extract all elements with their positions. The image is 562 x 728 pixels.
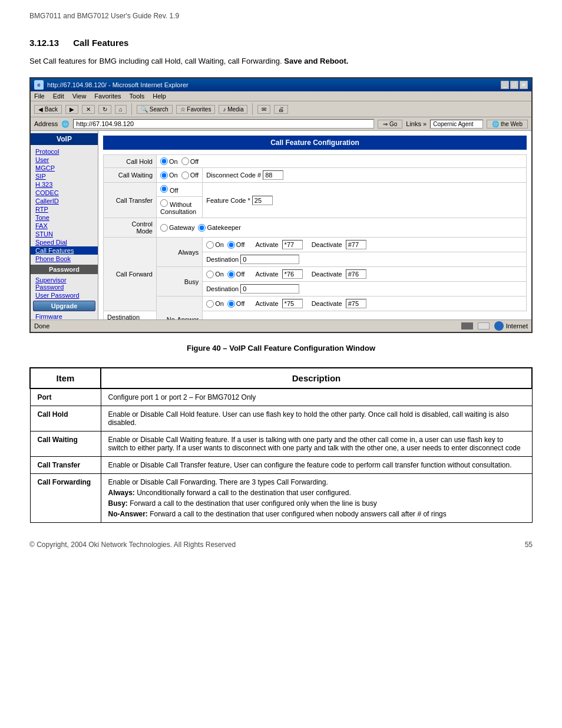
call-hold-off-label[interactable]: Off — [181, 157, 199, 165]
search-web-button[interactable]: 🌐 the Web — [487, 120, 528, 129]
table-desc-cell-4: Enable or Disable Call Forwarding. There… — [101, 474, 532, 523]
control-mode-row: ControlMode Gateway Gatekeeper — [104, 218, 527, 238]
sidebar-fax[interactable]: FAX — [31, 222, 98, 230]
noanswer-on-label[interactable]: On — [206, 300, 224, 308]
noanswer-deactivate-input[interactable] — [346, 299, 366, 308]
header-title: BMG7011 and BMG7012 User's Guide Rev. 1.… — [29, 12, 179, 20]
busy-off-label[interactable]: Off — [227, 271, 244, 278]
titlebar-buttons[interactable]: _ □ ✕ — [501, 81, 528, 89]
print-button[interactable]: 🖨 — [274, 105, 288, 114]
favorites-button[interactable]: ☆ Favorites — [176, 105, 216, 114]
always-row1: Call Forward Always On Off Activate Deac… — [104, 238, 527, 252]
menu-help[interactable]: Help — [153, 93, 166, 100]
sidebar-user[interactable]: User — [31, 156, 98, 164]
back-button[interactable]: ◀ Back — [34, 105, 62, 114]
busy-off-radio[interactable] — [227, 271, 235, 278]
forward-button[interactable]: ▶ — [65, 105, 78, 114]
sidebar-sip[interactable]: SIP — [31, 172, 98, 180]
busy-activate-input[interactable] — [282, 269, 303, 279]
sidebar-firmware[interactable]: Firmware — [31, 312, 98, 319]
noanswer-activate-input[interactable] — [282, 299, 303, 308]
always-activate-input[interactable] — [282, 240, 303, 249]
always-on-label[interactable]: On — [206, 241, 224, 249]
transfer-without-label[interactable]: WithoutConsultation — [160, 201, 196, 215]
call-hold-label: Call Hold — [104, 155, 157, 168]
intro-text: Set Call features for BMG including call… — [29, 57, 282, 65]
busy-on-radio[interactable] — [206, 271, 214, 278]
table-row-2: Call WaitingEnable or Disable Call Waiti… — [30, 431, 532, 457]
restore-btn[interactable]: □ — [510, 81, 518, 89]
sidebar-phonebook[interactable]: Phone Book — [31, 255, 98, 263]
noanswer-off-radio[interactable] — [227, 300, 235, 308]
noanswer-activate-label: Activate — [255, 300, 278, 307]
call-waiting-off-label[interactable]: Off — [181, 172, 199, 179]
go-button[interactable]: ⇒ Go — [378, 120, 402, 129]
home-button[interactable]: ⌂ — [115, 105, 127, 114]
disconnect-code-input[interactable] — [263, 170, 283, 180]
menu-tools[interactable]: Tools — [130, 93, 145, 100]
minimize-btn[interactable]: _ — [501, 81, 509, 89]
sidebar-upgrade-btn[interactable]: Upgrade — [33, 301, 95, 311]
sidebar-tone[interactable]: Tone — [31, 213, 98, 222]
transfer-off-label[interactable]: Off — [160, 187, 178, 194]
always-off-radio[interactable] — [227, 241, 235, 249]
noanswer-on-radio[interactable] — [206, 300, 214, 308]
call-waiting-on-radio[interactable] — [160, 172, 168, 179]
desc-part-4-0: Enable or Disable Call Forwarding. There… — [108, 478, 525, 486]
busy-deactivate-input[interactable] — [346, 269, 366, 279]
always-off-label[interactable]: Off — [227, 241, 244, 249]
call-hold-off-radio[interactable] — [181, 157, 189, 165]
sidebar-callerid[interactable]: CallerID — [31, 197, 98, 205]
address-input[interactable] — [73, 119, 374, 129]
busy-dest-input[interactable] — [240, 284, 299, 294]
always-controls: On Off Activate Deactivate — [203, 238, 527, 252]
table-item-cell-2: Call Waiting — [30, 431, 101, 457]
sidebar-rtp[interactable]: RTP — [31, 205, 98, 213]
busy-label: Busy — [157, 267, 203, 297]
stop-button[interactable]: ✕ — [82, 105, 95, 114]
menu-view[interactable]: View — [72, 93, 87, 100]
call-waiting-off-radio[interactable] — [181, 172, 189, 179]
sidebar-codec[interactable]: CODEC — [31, 189, 98, 197]
sidebar-stun[interactable]: STUN — [31, 230, 98, 238]
gatekeeper-radio[interactable] — [198, 224, 206, 232]
call-forward-label: Call Forward — [104, 238, 157, 311]
sidebar-h323[interactable]: H.323 — [31, 180, 98, 189]
table-row-1: Call HoldEnable or Disable Call Hold fea… — [30, 406, 532, 431]
sidebar-speeddial[interactable]: Speed Dial — [31, 238, 98, 246]
sidebar-callfeatures[interactable]: Call Features — [31, 246, 98, 255]
browser-toolbar: ◀ Back ▶ ✕ ↻ ⌂ 🔍 Search ☆ Favorites ♪ Me… — [31, 101, 531, 117]
config-title: Call Feature Configuration — [103, 136, 527, 150]
always-on-radio[interactable] — [206, 241, 214, 249]
menu-favorites[interactable]: Favorites — [94, 93, 121, 100]
desc-part-4-3: No-Answer: Forward a call to the destina… — [108, 510, 525, 518]
media-button[interactable]: ♪ Media — [219, 105, 247, 114]
browser-titlebar: e http://67.104.98.120/ - Microsoft Inte… — [31, 78, 531, 91]
gateway-label[interactable]: Gateway — [160, 224, 194, 232]
mail-button[interactable]: ✉ — [257, 105, 270, 114]
sidebar-supervisor-pwd[interactable]: Supervisor Password — [31, 276, 98, 291]
busy-on-label[interactable]: On — [206, 271, 224, 278]
feature-code-input[interactable] — [252, 196, 273, 205]
gateway-radio[interactable] — [160, 224, 168, 232]
call-hold-on-label[interactable]: On — [160, 157, 178, 165]
refresh-button[interactable]: ↻ — [98, 105, 111, 114]
transfer-without-radio[interactable] — [160, 199, 168, 207]
always-deactivate-input[interactable] — [346, 240, 366, 249]
page-header: BMG7011 and BMG7012 User's Guide Rev. 1.… — [29, 12, 533, 20]
menu-file[interactable]: File — [34, 93, 45, 100]
call-hold-on-radio[interactable] — [160, 157, 168, 165]
copernic-input[interactable] — [430, 120, 483, 129]
close-btn[interactable]: ✕ — [520, 81, 528, 89]
call-waiting-on-label[interactable]: On — [160, 172, 178, 179]
search-button[interactable]: 🔍 Search — [137, 105, 172, 114]
gatekeeper-label[interactable]: Gatekeeper — [198, 224, 240, 232]
sidebar-user-pwd[interactable]: User Password — [31, 291, 98, 299]
sidebar-mgcp[interactable]: MGCP — [31, 164, 98, 172]
transfer-off-radio[interactable] — [160, 185, 168, 193]
noanswer-off-label[interactable]: Off — [227, 300, 244, 308]
page-footer: © Copyright, 2004 Oki Network Technologi… — [29, 541, 533, 549]
always-dest-input[interactable] — [240, 255, 299, 264]
menu-edit[interactable]: Edit — [53, 93, 64, 100]
sidebar-protocol[interactable]: Protocol — [31, 147, 98, 156]
